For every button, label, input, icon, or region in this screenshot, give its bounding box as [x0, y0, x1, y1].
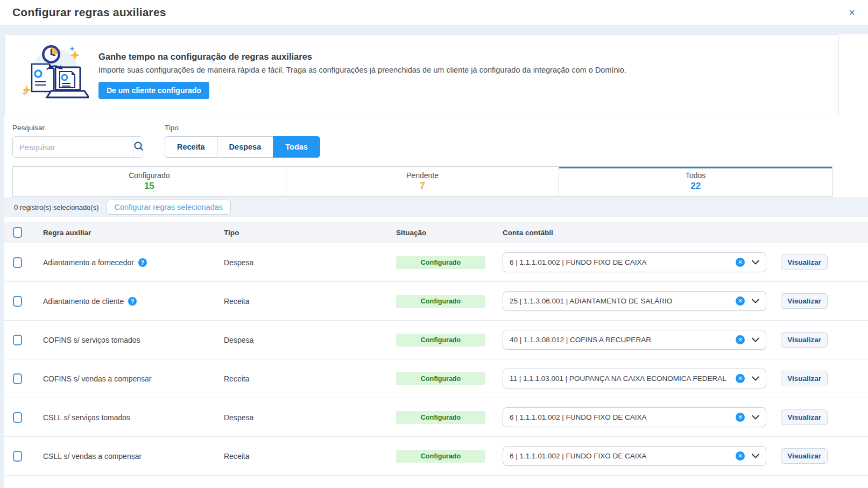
help-icon[interactable]: ? [128, 297, 137, 306]
rule-type: Receita [224, 452, 396, 461]
rule-name: COFINS s/ serviços tomados [43, 336, 140, 344]
table-body: Adiantamento a fornecedor ? Despesa Conf… [4, 243, 868, 476]
rule-type: Despesa [224, 336, 396, 344]
banner-title: Ganhe tempo na configuração de regras au… [98, 52, 626, 62]
chevron-down-icon[interactable] [752, 415, 759, 420]
search-button[interactable] [133, 137, 143, 157]
rule-name: COFINS s/ vendas a compensar [43, 374, 152, 383]
header-divider-band [0, 25, 868, 34]
rule-name: CSLL s/ serviços tomados [43, 413, 130, 422]
type-label: Tipo [165, 124, 320, 132]
filters-bar: Pesquisar Tipo Receita Despesa Tod [4, 116, 868, 158]
clear-icon[interactable]: ✕ [736, 413, 745, 422]
status-badge: Configurado [396, 411, 485, 424]
visualizar-button[interactable]: Visualizar [781, 409, 828, 425]
type-button-todas[interactable]: Todas [273, 136, 320, 158]
account-value: 40 | 1.1.3.08.012 | COFINS A RECUPERAR [510, 336, 736, 344]
visualizar-button[interactable]: Visualizar [781, 254, 828, 270]
type-button-receita[interactable]: Receita [165, 136, 217, 158]
clear-icon[interactable]: ✕ [736, 296, 745, 306]
row-checkbox[interactable] [13, 257, 22, 268]
type-button-group: Receita Despesa Todas [165, 136, 320, 158]
tab-configurado[interactable]: Configurado 15 [12, 166, 286, 197]
page-title: Configurar regras auxiliares [12, 6, 166, 19]
row-checkbox[interactable] [13, 373, 22, 384]
clear-icon[interactable]: ✕ [736, 258, 745, 267]
rule-type: Despesa [224, 258, 396, 267]
chevron-down-icon[interactable] [752, 299, 759, 303]
import-illustration-icon [19, 41, 89, 109]
configure-selected-rules-button[interactable]: Configurar regras selecionadas [107, 200, 231, 215]
modal-header: Configurar regras auxiliares × [0, 0, 868, 25]
visualizar-button[interactable]: Visualizar [781, 448, 828, 464]
main-panel: Pesquisar Tipo Receita Despesa Tod [4, 116, 868, 476]
column-situacao: Situação [396, 229, 503, 237]
table-row: COFINS s/ serviços tomados Despesa Confi… [4, 321, 868, 359]
account-select[interactable]: 6 | 1.1.1.01.002 | FUNDO FIXO DE CAIXA ✕ [503, 252, 766, 272]
chevron-down-icon[interactable] [752, 376, 759, 381]
row-checkbox[interactable] [13, 412, 22, 423]
rule-name: Adiantamento a fornecedor [43, 258, 134, 267]
help-icon[interactable]: ? [138, 258, 147, 267]
background-strip [0, 25, 4, 488]
search-icon [133, 141, 143, 153]
account-value: 6 | 1.1.1.01.002 | FUNDO FIXO DE CAIXA [510, 413, 736, 421]
close-icon[interactable]: × [849, 7, 855, 18]
banner-description: Importe suas configurações de maneira rá… [98, 66, 626, 74]
table-row: Adiantamento a fornecedor ? Despesa Conf… [4, 243, 868, 282]
tab-pendente-count: 7 [286, 181, 559, 192]
import-from-client-button[interactable]: De um cliente configurado [98, 82, 209, 99]
status-badge: Configurado [396, 450, 485, 463]
import-banner: Ganhe tempo na configuração de regras au… [4, 34, 839, 116]
account-value: 25 | 1.1.3.06.001 | ADIANTAMENTO DE SALÁ… [510, 297, 736, 305]
visualizar-button[interactable]: Visualizar [781, 332, 828, 348]
search-label: Pesquisar [12, 124, 143, 132]
status-badge: Configurado [396, 295, 485, 308]
column-conta-contabil: Conta contábil [503, 229, 784, 237]
status-badge: Configurado [396, 334, 485, 346]
status-tabs: Configurado 15 Pendente 7 Todos 22 [12, 166, 832, 197]
account-select[interactable]: 40 | 1.1.3.08.012 | COFINS A RECUPERAR ✕ [503, 330, 766, 350]
selected-count-text: 0 registro(s) selecionado(s) [14, 203, 99, 211]
account-value: 11 | 1.1.1.03.001 | POUPANÇA NA CAIXA EC… [510, 374, 736, 383]
clear-icon[interactable]: ✕ [736, 451, 745, 461]
clear-icon[interactable]: ✕ [736, 374, 745, 383]
tab-configurado-count: 15 [13, 181, 286, 192]
rule-name: CSLL s/ vendas a compensar [43, 452, 142, 461]
table-row: CSLL s/ vendas a compensar Receita Confi… [4, 437, 868, 476]
clear-icon[interactable]: ✕ [736, 335, 745, 344]
rule-name: Adiantamento de cliente [43, 297, 124, 306]
rule-type: Receita [224, 297, 396, 306]
table-header: Regra auxiliar Tipo Situação Conta contá… [4, 222, 868, 243]
account-select[interactable]: 6 | 1.1.1.01.002 | FUNDO FIXO DE CAIXA ✕ [503, 446, 766, 466]
table-row: CSLL s/ serviços tomados Despesa Configu… [4, 398, 868, 437]
row-checkbox[interactable] [13, 451, 22, 462]
rule-type: Despesa [224, 413, 396, 422]
account-value: 6 | 1.1.1.01.002 | FUNDO FIXO DE CAIXA [510, 452, 736, 460]
status-badge: Configurado [396, 256, 485, 269]
chevron-down-icon[interactable] [752, 454, 759, 458]
type-button-despesa[interactable]: Despesa [217, 136, 274, 158]
tab-todos[interactable]: Todos 22 [559, 166, 832, 197]
chevron-down-icon[interactable] [752, 260, 759, 265]
account-select[interactable]: 11 | 1.1.1.03.001 | POUPANÇA NA CAIXA EC… [503, 369, 766, 388]
table-row: COFINS s/ vendas a compensar Receita Con… [4, 359, 868, 398]
row-checkbox[interactable] [13, 296, 22, 307]
account-select[interactable]: 6 | 1.1.1.01.002 | FUNDO FIXO DE CAIXA ✕ [503, 407, 766, 427]
select-all-checkbox[interactable] [13, 227, 22, 238]
column-regra-auxiliar: Regra auxiliar [43, 229, 224, 237]
rule-type: Receita [224, 374, 396, 383]
account-value: 6 | 1.1.1.01.002 | FUNDO FIXO DE CAIXA [510, 258, 736, 266]
status-badge: Configurado [396, 372, 485, 385]
visualizar-button[interactable]: Visualizar [781, 371, 828, 386]
visualizar-button[interactable]: Visualizar [781, 293, 828, 309]
tab-todos-count: 22 [559, 181, 832, 192]
selection-bar: 0 registro(s) selecionado(s) Configurar … [4, 197, 868, 217]
search-group [12, 136, 143, 158]
column-tipo: Tipo [224, 229, 396, 237]
row-checkbox[interactable] [13, 335, 22, 345]
tab-pendente[interactable]: Pendente 7 [286, 166, 560, 197]
account-select[interactable]: 25 | 1.1.3.06.001 | ADIANTAMENTO DE SALÁ… [503, 291, 766, 311]
chevron-down-icon[interactable] [752, 337, 759, 342]
search-input[interactable] [13, 137, 133, 157]
